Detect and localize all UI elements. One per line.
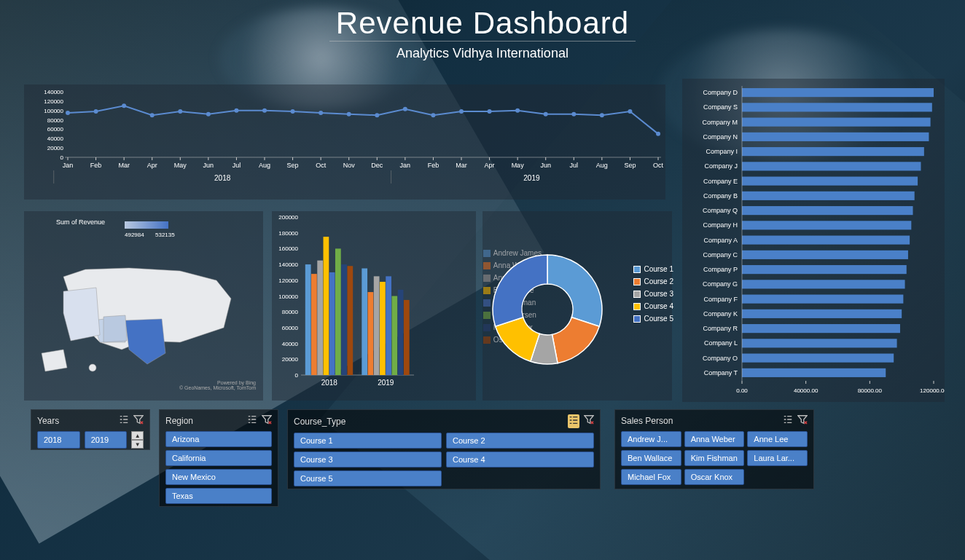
slicer-item[interactable]: New Mexico [165,469,272,485]
map-legend-gradient [125,221,168,229]
multiselect-icon[interactable] [783,414,793,427]
slicer-salesperson: Sales Person Andrew J...Anna WeberAnne L… [614,409,814,489]
slicer-item[interactable]: Course 5 [294,470,442,486]
year-2019-button[interactable]: 2019 [85,431,128,449]
page-subtitle: Analytics Vidhya International [0,46,965,61]
svg-text:Jan: Jan [63,162,74,169]
donut-legend-item: Course 2 [633,277,673,285]
svg-text:Mar: Mar [118,162,130,169]
slicer-item[interactable]: Michael Fox [621,469,681,485]
slicer-item[interactable]: Course 3 [294,451,442,468]
svg-point-22 [459,109,464,114]
multiselect-icon[interactable] [247,414,257,427]
slicer-item[interactable]: Oscar Knox [684,469,745,485]
svg-rect-112 [742,103,932,111]
line-chart[interactable]: 020000400006000080000100000120000140000J… [24,84,665,200]
svg-point-17 [319,111,323,115]
svg-rect-101 [362,269,367,375]
svg-point-26 [571,112,576,117]
slicer-item[interactable]: Kim Fishman [684,450,745,466]
map-panel[interactable]: Sum of Revenue 492984 532135 Powered by … [24,211,263,401]
slicer-item[interactable]: Anna Weber [684,431,745,447]
svg-text:100000: 100000 [278,293,298,300]
page-title: Revenue Dashboard [329,0,636,42]
slicer-item[interactable]: Texas [165,488,272,504]
multiselect-icon[interactable] [568,414,579,428]
clear-filter-icon[interactable] [584,414,594,428]
svg-rect-148 [742,368,886,377]
svg-text:Company K: Company K [703,310,738,318]
svg-text:0: 0 [295,372,299,379]
svg-text:100000: 100000 [44,108,63,114]
clear-filter-icon[interactable] [797,414,808,427]
svg-text:120000.00: 120000.00 [920,387,945,394]
svg-text:Company N: Company N [703,133,738,141]
donut-chart[interactable] [485,248,609,371]
svg-rect-120 [742,162,921,170]
svg-text:180000: 180000 [278,230,298,237]
svg-text:120000: 120000 [278,277,298,284]
slicer-item[interactable]: Course 4 [446,451,594,468]
svg-text:40000: 40000 [47,135,64,142]
svg-point-19 [375,113,379,117]
svg-point-27 [600,113,604,117]
svg-point-13 [206,112,211,117]
svg-point-16 [291,109,295,114]
slicer-region-title: Region [165,416,193,426]
svg-rect-122 [742,177,918,186]
grouped-bar-panel: 0200004000060000800001000001200001400001… [272,211,476,401]
svg-text:2019: 2019 [523,174,540,182]
svg-rect-116 [742,133,929,141]
svg-point-29 [656,132,660,136]
slicer-item[interactable]: Ben Wallace [621,450,681,466]
svg-text:Company L: Company L [704,339,738,347]
svg-text:Apr: Apr [485,162,495,169]
svg-rect-105 [386,276,391,375]
svg-rect-104 [380,282,386,375]
svg-text:Feb: Feb [90,162,102,169]
slicer-years-title: Years [37,416,59,426]
slicer-item[interactable]: Anne Lee [747,431,808,447]
svg-text:May: May [174,162,187,169]
svg-text:Aug: Aug [596,162,608,169]
svg-text:Company F: Company F [703,296,738,303]
slicer-item[interactable]: Course 2 [446,433,594,449]
donut-panel: Course 1Course 2Course 3Course 4Course 5 [482,211,672,401]
svg-point-10 [122,103,126,108]
svg-text:40000: 40000 [282,341,299,347]
svg-text:140000: 140000 [44,89,63,95]
us-map [34,248,253,379]
svg-text:Dec: Dec [371,162,383,169]
clear-filter-icon[interactable] [133,414,144,427]
svg-point-8 [66,111,70,115]
svg-text:2018: 2018 [214,174,231,182]
svg-rect-102 [368,292,374,375]
company-bar-chart[interactable]: Company DCompany SCompany MCompany NComp… [682,79,945,402]
svg-text:2019: 2019 [378,379,394,387]
svg-text:Company H: Company H [703,221,738,229]
svg-text:Company P: Company P [703,266,738,273]
grouped-bar-chart[interactable]: 0200004000060000800001000001200001400001… [272,211,418,393]
slicer-sales-title: Sales Person [621,416,673,426]
svg-rect-126 [742,206,913,215]
svg-point-23 [488,109,492,114]
slicer-item[interactable]: California [165,450,272,466]
svg-text:Mar: Mar [456,162,467,169]
svg-text:Jan: Jan [400,162,411,169]
svg-text:60000: 60000 [282,325,299,331]
multiselect-icon[interactable] [119,414,129,427]
slicer-item[interactable]: Arizona [165,431,272,447]
clear-filter-icon[interactable] [262,414,272,427]
year-spinner[interactable]: ▲▼ [131,431,144,449]
slicer-item[interactable]: Andrew J... [621,431,681,447]
year-2018-button[interactable]: 2018 [37,431,80,449]
svg-text:Company M: Company M [702,119,738,126]
svg-rect-124 [742,192,915,200]
svg-point-12 [178,109,182,114]
svg-text:Company B: Company B [703,192,738,200]
svg-text:2018: 2018 [321,379,338,387]
slicer-item[interactable]: Course 1 [294,433,442,449]
slicer-item[interactable]: Laura Lar... [747,450,808,466]
svg-text:Company T: Company T [704,369,738,376]
svg-text:Sep: Sep [287,162,299,169]
